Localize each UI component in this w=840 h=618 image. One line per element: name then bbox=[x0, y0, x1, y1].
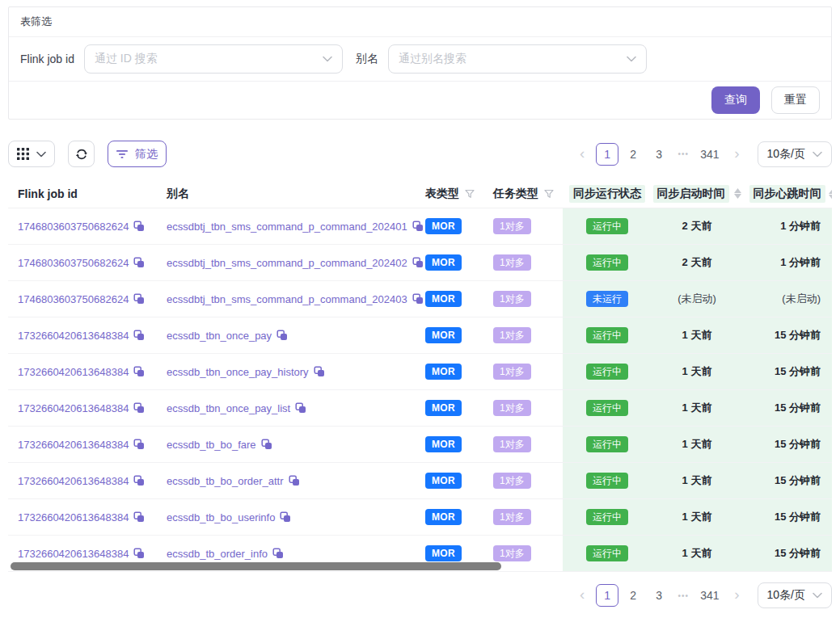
col-header-task-type[interactable]: 任务类型 bbox=[493, 187, 563, 201]
col-header-sync-start-time[interactable]: 同步启动时间 bbox=[652, 185, 742, 203]
copy-icon[interactable] bbox=[133, 402, 145, 414]
alias-link[interactable]: ecssdb_tbn_once_pay_history bbox=[167, 366, 309, 378]
copy-icon[interactable] bbox=[412, 257, 424, 268]
refresh-button[interactable] bbox=[68, 141, 95, 167]
cell-flink-job-id: 1732660420613648384 bbox=[8, 427, 167, 462]
copy-icon[interactable] bbox=[261, 439, 272, 450]
copy-icon[interactable] bbox=[280, 511, 291, 523]
alias-link[interactable]: ecssdb_tbn_once_pay_list bbox=[167, 402, 290, 414]
flink-job-id-link[interactable]: 1746803603750682624 bbox=[18, 257, 129, 269]
sync-heartbeat-time: 15 分钟前 bbox=[775, 473, 821, 488]
sync-status-badge: 运行中 bbox=[586, 254, 628, 271]
copy-icon[interactable] bbox=[289, 475, 300, 486]
col-header-sync-status[interactable]: 同步运行状态 bbox=[563, 185, 652, 203]
copy-icon[interactable] bbox=[295, 402, 306, 414]
prev-page-button[interactable]: ‹ bbox=[572, 584, 593, 607]
table-row[interactable]: 1732660420613648384 ecssdb_tb_bo_userinf… bbox=[8, 499, 832, 536]
flink-job-id-link[interactable]: 1746803603750682624 bbox=[18, 293, 129, 305]
flink-job-id-link[interactable]: 1732660420613648384 bbox=[18, 548, 129, 560]
copy-icon[interactable] bbox=[133, 293, 145, 305]
table-row[interactable]: 1732660420613648384 ecssdb_tbn_once_pay_… bbox=[8, 390, 832, 427]
page-size-select[interactable]: 10条/页 bbox=[758, 141, 832, 167]
flink-job-id-link[interactable]: 1732660420613648384 bbox=[18, 511, 129, 523]
page-2-button[interactable]: 2 bbox=[622, 143, 644, 166]
page-2-button[interactable]: 2 bbox=[622, 584, 644, 607]
col-header-table-type[interactable]: 表类型 bbox=[425, 187, 493, 201]
horizontal-scrollbar-thumb[interactable] bbox=[11, 562, 501, 570]
flink-job-id-link[interactable]: 1732660420613648384 bbox=[18, 439, 129, 451]
table-row[interactable]: 1746803603750682624 ecssdbtj_tbn_sms_com… bbox=[8, 281, 832, 317]
copy-icon[interactable] bbox=[133, 548, 145, 559]
copy-icon[interactable] bbox=[314, 366, 325, 377]
filter-button-label: 筛选 bbox=[135, 147, 158, 162]
column-filter-icon[interactable] bbox=[465, 189, 475, 199]
filter-button[interactable]: 筛选 bbox=[108, 141, 167, 167]
copy-icon[interactable] bbox=[133, 221, 145, 232]
sort-icon[interactable] bbox=[734, 188, 741, 199]
table-body: 1746803603750682624 ecssdbtj_tbn_sms_com… bbox=[8, 208, 832, 572]
cell-task-type: 1对多 bbox=[493, 390, 563, 426]
sync-start-time: (未启动) bbox=[677, 292, 716, 306]
task-type-badge: 1对多 bbox=[493, 327, 531, 343]
cell-sync-heartbeat-time: 15 分钟前 bbox=[742, 427, 832, 462]
table-row[interactable]: 1732660420613648384 ecssdb_tb_bo_fare MO… bbox=[8, 427, 832, 463]
alias-link[interactable]: ecssdbtj_tbn_sms_command_p_command_20240… bbox=[167, 221, 407, 233]
flink-job-id-select[interactable]: 通过 ID 搜索 bbox=[84, 44, 343, 74]
alias-link[interactable]: ecssdb_tb_bo_fare bbox=[167, 439, 256, 451]
copy-icon[interactable] bbox=[272, 548, 284, 559]
reset-button[interactable]: 重置 bbox=[771, 86, 820, 114]
cell-table-type: MOR bbox=[425, 281, 493, 317]
table-row[interactable]: 1746803603750682624 ecssdbtj_tbn_sms_com… bbox=[8, 245, 832, 281]
table-row[interactable]: 1732660420613648384 ecssdb_tb_bo_order_a… bbox=[8, 463, 832, 499]
alias-select[interactable]: 通过别名搜索 bbox=[388, 44, 647, 74]
cell-sync-heartbeat-time: 1 分钟前 bbox=[742, 245, 832, 280]
page-1-button[interactable]: 1 bbox=[596, 143, 618, 166]
flink-job-id-link[interactable]: 1732660420613648384 bbox=[18, 402, 129, 414]
flink-job-id-placeholder: 通过 ID 搜索 bbox=[95, 52, 323, 66]
page-341-button[interactable]: 341 bbox=[696, 584, 723, 607]
alias-link[interactable]: ecssdb_tbn_once_pay bbox=[167, 330, 272, 342]
page-1-button[interactable]: 1 bbox=[596, 584, 618, 607]
copy-icon[interactable] bbox=[133, 257, 145, 268]
column-settings-button[interactable] bbox=[8, 141, 55, 167]
col-header-flink-job-id[interactable]: Flink job id bbox=[8, 187, 167, 200]
prev-page-button[interactable]: ‹ bbox=[572, 143, 593, 166]
flink-job-id-link[interactable]: 1732660420613648384 bbox=[18, 366, 129, 378]
table-row[interactable]: 1732660420613648384 ecssdb_tbn_once_pay … bbox=[8, 317, 832, 354]
sync-start-time: 1 天前 bbox=[682, 546, 712, 561]
alias-link[interactable]: ecssdb_tb_bo_order_attr bbox=[167, 475, 284, 487]
column-filter-icon[interactable] bbox=[544, 189, 554, 199]
alias-link[interactable]: ecssdb_tb_order_info bbox=[167, 548, 268, 560]
copy-icon[interactable] bbox=[412, 221, 424, 232]
copy-icon[interactable] bbox=[133, 439, 145, 450]
table-row[interactable]: 1746803603750682624 ecssdbtj_tbn_sms_com… bbox=[8, 208, 832, 245]
copy-icon[interactable] bbox=[412, 293, 424, 305]
copy-icon[interactable] bbox=[133, 475, 145, 486]
page-size-select[interactable]: 10条/页 bbox=[758, 582, 832, 608]
sort-icon-cropped[interactable] bbox=[829, 189, 832, 200]
next-page-button[interactable]: › bbox=[727, 584, 748, 607]
col-header-alias[interactable]: 别名 bbox=[167, 187, 425, 201]
copy-icon[interactable] bbox=[276, 330, 288, 341]
copy-icon[interactable] bbox=[133, 366, 145, 377]
cell-flink-job-id: 1746803603750682624 bbox=[8, 245, 167, 280]
next-page-button[interactable]: › bbox=[727, 143, 748, 166]
flink-job-id-link[interactable]: 1732660420613648384 bbox=[18, 330, 129, 342]
query-button[interactable]: 查询 bbox=[711, 86, 760, 114]
col-header-sync-heartbeat-time[interactable]: 同步心跳时间 bbox=[742, 185, 832, 203]
task-type-badge: 1对多 bbox=[493, 254, 531, 271]
filter-actions-row: 查询 重置 bbox=[9, 82, 831, 119]
page-3-button[interactable]: 3 bbox=[648, 143, 670, 166]
table-row[interactable]: 1732660420613648384 ecssdb_tbn_once_pay_… bbox=[8, 354, 832, 390]
page-3-button[interactable]: 3 bbox=[648, 584, 670, 607]
copy-icon[interactable] bbox=[133, 330, 145, 341]
copy-icon[interactable] bbox=[133, 511, 145, 523]
flink-job-id-link[interactable]: 1732660420613648384 bbox=[18, 475, 129, 487]
alias-link[interactable]: ecssdb_tb_bo_userinfo bbox=[167, 511, 275, 523]
task-type-badge: 1对多 bbox=[493, 473, 531, 489]
alias-link[interactable]: ecssdbtj_tbn_sms_command_p_command_20240… bbox=[167, 293, 407, 305]
pagination-bottom: ‹123•••341›10条/页 bbox=[572, 582, 832, 608]
page-341-button[interactable]: 341 bbox=[696, 143, 723, 166]
alias-link[interactable]: ecssdbtj_tbn_sms_command_p_command_20240… bbox=[167, 257, 407, 269]
flink-job-id-link[interactable]: 1746803603750682624 bbox=[18, 221, 129, 233]
